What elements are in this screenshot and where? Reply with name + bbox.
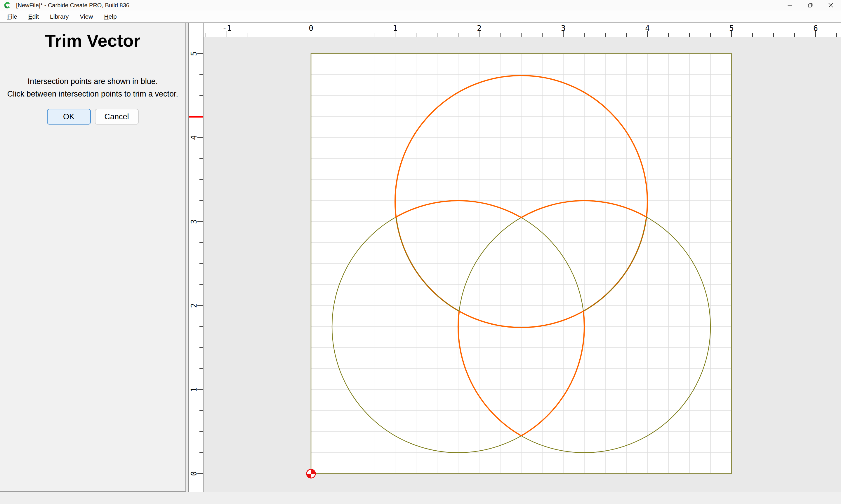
- ruler-label-y-2: 2: [189, 301, 199, 311]
- ruler-corner: [189, 23, 203, 37]
- window-controls: [780, 0, 841, 11]
- ruler-tick: [584, 33, 585, 37]
- panel-title: Trim Vector: [0, 31, 185, 51]
- menu-item-view[interactable]: View: [74, 11, 98, 22]
- ruler-tick: [206, 33, 206, 37]
- instruction-line-1: Intersection points are shown in blue.: [0, 75, 185, 88]
- panel-gap: [186, 23, 188, 492]
- left-ruler: 012345: [189, 37, 203, 492]
- menu-item-file[interactable]: File: [2, 11, 23, 22]
- ruler-tick: [200, 452, 203, 453]
- ruler-tick: [200, 284, 203, 285]
- ruler-tick: [500, 33, 500, 37]
- ruler-label-x-6: 6: [804, 24, 827, 33]
- close-icon: [827, 2, 834, 9]
- bottom-strip: [0, 492, 841, 504]
- app-icon: [4, 2, 11, 9]
- ruler-tick: [200, 410, 203, 411]
- ruler-label-y-1: 1: [189, 385, 199, 395]
- menu-item-help[interactable]: Help: [98, 11, 122, 22]
- dialog-button-row: OK Cancel: [0, 109, 185, 125]
- ruler-tick: [836, 33, 837, 37]
- ruler-tick: [200, 95, 203, 96]
- ruler-tick: [542, 33, 543, 37]
- ruler-label-x-4: 4: [636, 24, 659, 33]
- ruler-tick: [710, 33, 711, 37]
- ruler-tick: [416, 33, 416, 37]
- minimize-button[interactable]: [780, 0, 800, 11]
- ruler-tick: [200, 326, 203, 327]
- ruler-label-x-1: 1: [383, 24, 407, 33]
- ruler-tick: [200, 74, 203, 75]
- menu-item-edit[interactable]: Edit: [23, 11, 45, 22]
- ruler-tick: [247, 33, 248, 37]
- top-ruler: -10123456: [204, 23, 841, 37]
- instruction-line-2: Click between intersection points to tri…: [0, 88, 185, 100]
- ruler-tick: [200, 263, 203, 264]
- restore-button[interactable]: [800, 0, 821, 11]
- close-button[interactable]: [821, 0, 841, 11]
- ruler-tick: [794, 33, 795, 37]
- design-canvas[interactable]: [204, 37, 841, 492]
- ruler-label-x-0: 0: [299, 24, 323, 33]
- ruler-label-x-5: 5: [720, 24, 743, 33]
- app-window: [NewFile]* - Carbide Create PRO, Build 8…: [0, 0, 841, 504]
- ruler-tick: [353, 33, 353, 37]
- ruler-tick: [200, 431, 203, 432]
- ruler-tick: [200, 242, 203, 243]
- ruler-tick: [437, 33, 437, 37]
- ruler-tick: [458, 33, 459, 37]
- panel-instructions: Intersection points are shown in blue. C…: [0, 75, 185, 100]
- titlebar[interactable]: [NewFile]* - Carbide Create PRO, Build 8…: [0, 0, 841, 11]
- cancel-button[interactable]: Cancel: [95, 109, 139, 125]
- ruler-tick: [521, 33, 521, 37]
- restore-icon: [807, 2, 814, 9]
- ruler-tick: [200, 179, 203, 180]
- ok-button[interactable]: OK: [47, 109, 91, 125]
- ruler-tick: [605, 33, 606, 37]
- menu-item-library[interactable]: Library: [45, 11, 74, 22]
- ruler-label-x--1: -1: [215, 24, 239, 33]
- trim-vector-panel: Trim Vector Intersection points are show…: [0, 23, 186, 492]
- cursor-y-indicator: [189, 116, 203, 118]
- ruler-label-x-3: 3: [552, 24, 575, 33]
- ruler-tick: [668, 33, 669, 37]
- ruler-tick: [269, 33, 269, 37]
- ruler-label-y-3: 3: [189, 217, 199, 227]
- window-title: [NewFile]* - Carbide Create PRO, Build 8…: [16, 2, 130, 9]
- ruler-tick: [200, 368, 203, 369]
- ruler-tick: [773, 33, 774, 37]
- canvas-svg: [204, 37, 841, 492]
- ruler-tick: [752, 33, 753, 37]
- ruler-tick: [626, 33, 627, 37]
- ruler-tick: [689, 33, 690, 37]
- ruler-label-y-0: 0: [189, 469, 199, 479]
- origin-marker-quadrant-bottom-left: [307, 474, 311, 478]
- ruler-label-y-5: 5: [189, 49, 199, 59]
- ruler-tick: [332, 33, 332, 37]
- ruler-tick: [200, 158, 203, 159]
- minimize-icon: [786, 2, 793, 9]
- ruler-tick: [290, 33, 290, 37]
- ruler-tick: [200, 347, 203, 348]
- ruler-left-border: [188, 23, 189, 492]
- menubar: FileEditLibraryViewHelp: [0, 11, 841, 22]
- ruler-label-x-2: 2: [467, 24, 491, 33]
- ruler-tick: [200, 200, 203, 201]
- ruler-tick: [374, 33, 374, 37]
- ruler-label-y-4: 4: [189, 133, 199, 143]
